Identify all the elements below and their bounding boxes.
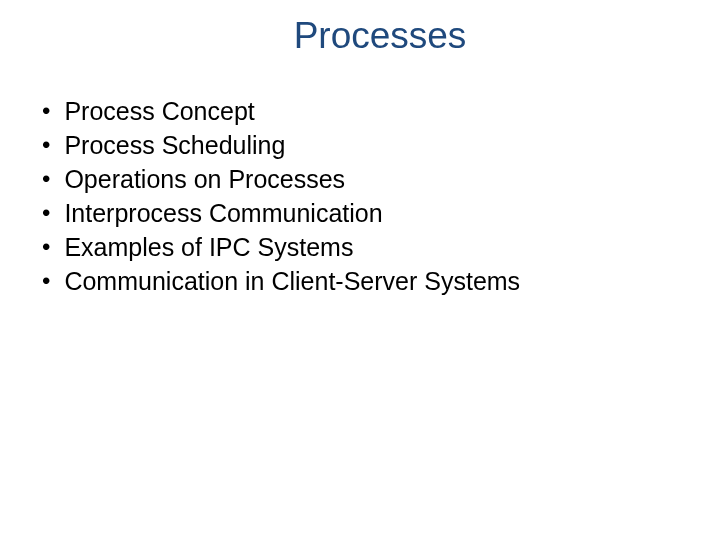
list-item: • Process Scheduling (40, 129, 690, 161)
list-item: • Interprocess Communication (40, 197, 690, 229)
bullet-icon: • (42, 95, 50, 126)
bullet-icon: • (42, 163, 50, 194)
list-item: • Operations on Processes (40, 163, 690, 195)
list-item: • Examples of IPC Systems (40, 231, 690, 263)
bullet-icon: • (42, 197, 50, 228)
bullet-text: Interprocess Communication (64, 197, 382, 229)
bullet-icon: • (42, 129, 50, 160)
bullet-text: Examples of IPC Systems (64, 231, 353, 263)
bullet-text: Operations on Processes (64, 163, 345, 195)
slide-content: • Process Concept • Process Scheduling •… (30, 95, 690, 297)
bullet-text: Process Concept (64, 95, 254, 127)
bullet-text: Communication in Client-Server Systems (64, 265, 520, 297)
bullet-icon: • (42, 265, 50, 296)
bullet-icon: • (42, 231, 50, 262)
bullet-list: • Process Concept • Process Scheduling •… (40, 95, 690, 297)
slide-container: Processes • Process Concept • Process Sc… (0, 0, 720, 540)
list-item: • Process Concept (40, 95, 690, 127)
slide-title: Processes (70, 15, 690, 57)
list-item: • Communication in Client-Server Systems (40, 265, 690, 297)
bullet-text: Process Scheduling (64, 129, 285, 161)
